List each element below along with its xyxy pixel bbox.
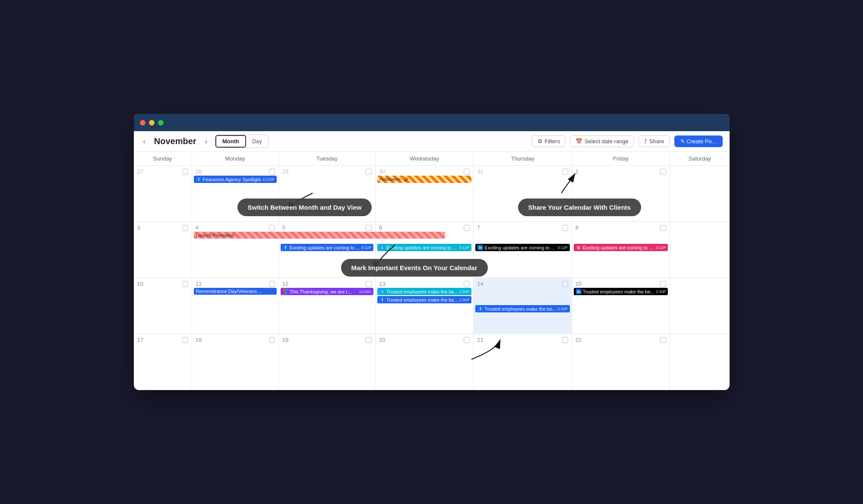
day-31[interactable]: 31 [474,166,572,222]
week-row-2: 3 4 Launch Promotion 5 f Excitin [134,222,730,278]
multi-icon [283,289,288,294]
event-li-trusted-15[interactable]: in Trusted employees make the be... 3:30… [574,288,668,295]
day-15[interactable]: 15 in Trusted employees make the be... 3… [572,278,670,334]
filters-button[interactable]: ⚙ Filters [532,135,566,147]
linkedin-icon: in [477,245,483,250]
event-halloween[interactable]: Halloween 🎃 [377,176,471,183]
day-sat-4[interactable] [670,334,730,390]
nav-arrows: ‹ November › [141,136,210,146]
day-19[interactable]: 19 [278,334,375,390]
week-row-1: 27 28 f Fearworm Agency Spotlight 12:00P… [134,166,730,222]
day-4[interactable]: 4 Launch Promotion [192,222,278,278]
day-27[interactable]: 27 [134,166,192,222]
event-thanksgiving[interactable]: This Thanksgiving, we are t... 12:00A [281,288,373,295]
day-18[interactable]: 18 [192,334,278,390]
header-saturday: Saturday [670,152,730,166]
event-launch[interactable]: Launch Promotion [194,232,445,239]
day-1[interactable]: 1 [572,166,670,222]
day-sat-1[interactable] [670,166,730,222]
app-window: ‹ November › Month Day ⚙ Filters 📅 Selec… [134,114,730,390]
create-button[interactable]: ✎ Create Po... [674,135,723,147]
date-range-button[interactable]: 📅 Select date range [570,135,634,147]
week-row-3: 10 11 Remembrance Day/Veterans ... 12 [134,278,730,334]
toolbar-right: ⚙ Filters 📅 Select date range ⤴ Share ✎ … [532,135,723,147]
day-30[interactable]: 30 Halloween 🎃 [375,166,473,222]
header-sunday: Sunday [134,152,192,166]
day-22[interactable]: 22 [572,334,670,390]
event-fb-trusted-13[interactable]: f Trusted employees make the be... 2:30P [377,296,471,303]
header-wednesday: Wednesday [375,152,473,166]
prev-month-button[interactable]: ‹ [141,137,148,146]
day-28[interactable]: 28 f Fearworm Agency Spotlight 12:00P [192,166,278,222]
event-fearworm[interactable]: f Fearworm Agency Spotlight 12:00P [194,176,277,183]
day-20[interactable]: 20 [375,334,473,390]
day-21[interactable]: 21 [474,334,572,390]
maximize-dot[interactable] [158,120,164,126]
facebook-icon: f [379,297,385,302]
facebook-icon: f [283,245,288,250]
event-fb-trusted-14[interactable]: f Trusted employees make the be... 3:30P [475,305,569,312]
close-dot[interactable] [140,120,145,126]
calendar-table: Sunday Monday Tuesday Wednesday Thursday… [134,152,730,390]
minimize-dot[interactable] [149,120,155,126]
event-ig-updates-8[interactable]: ⊡ Exciting updates are coming to ... 3:1… [574,244,668,251]
day-14-today[interactable]: 14 f Trusted employees make the be... 3:… [474,278,572,334]
twitter-icon: t [379,245,385,250]
day-29[interactable]: 29 [278,166,375,222]
day-10[interactable]: 10 [134,278,192,334]
calendar-wrapper: Sunday Monday Tuesday Wednesday Thursday… [134,152,730,390]
day-6[interactable]: 6 t Exciting updates are coming to ... 3… [375,222,473,278]
day-11[interactable]: 11 Remembrance Day/Veterans ... [192,278,278,334]
day-12[interactable]: 12 This Thanksgiving, we are t... 12:00A [278,278,375,334]
share-icon: ⤴ [644,138,647,145]
month-title: November [154,136,196,146]
header-monday: Monday [192,152,278,166]
week-row-4: 17 18 19 20 21 22 [134,334,730,390]
day-5[interactable]: 5 f Exciting updates are coming to ... 3… [278,222,375,278]
day-3[interactable]: 3 [134,222,192,278]
toolbar: ‹ November › Month Day ⚙ Filters 📅 Selec… [134,131,730,152]
next-month-button[interactable]: › [202,137,210,146]
event-fb-updates-5[interactable]: f Exciting updates are coming to ... 3:1… [281,244,373,251]
day-8[interactable]: 8 ⊡ Exciting updates are coming to ... 3… [572,222,670,278]
view-toggle: Month Day [215,135,269,148]
facebook-icon: f [477,306,483,312]
day-17[interactable]: 17 [134,334,192,390]
linkedin-icon: in [576,289,582,294]
day-13[interactable]: 13 t Trusted employees make the be... 2:… [375,278,473,334]
day-view-button[interactable]: Day [246,135,268,148]
day-7[interactable]: 7 in Exciting updates are coming to ... … [474,222,572,278]
share-button[interactable]: ⤴ Share [639,135,670,147]
event-li-updates-7[interactable]: in Exciting updates are coming to ... 3:… [475,244,569,251]
header-friday: Friday [572,152,670,166]
header-tuesday: Tuesday [278,152,375,166]
event-remembrance[interactable]: Remembrance Day/Veterans ... [194,288,277,295]
titlebar [134,114,730,131]
filter-icon: ⚙ [537,138,543,145]
instagram-icon: ⊡ [576,245,582,250]
event-tw-updates-6[interactable]: t Exciting updates are coming to ... 3:1… [377,244,471,251]
header-thursday: Thursday [474,152,572,166]
calendar-icon: 📅 [575,138,582,145]
day-headers-row: Sunday Monday Tuesday Wednesday Thursday… [134,152,730,166]
twitter-icon: t [379,289,385,294]
day-sat-2[interactable] [670,222,730,278]
event-tw-trusted-13[interactable]: t Trusted employees make the be... 2:30P [377,288,471,295]
facebook-icon: f [196,176,202,182]
day-sat-3[interactable] [670,278,730,334]
month-view-button[interactable]: Month [215,135,246,148]
